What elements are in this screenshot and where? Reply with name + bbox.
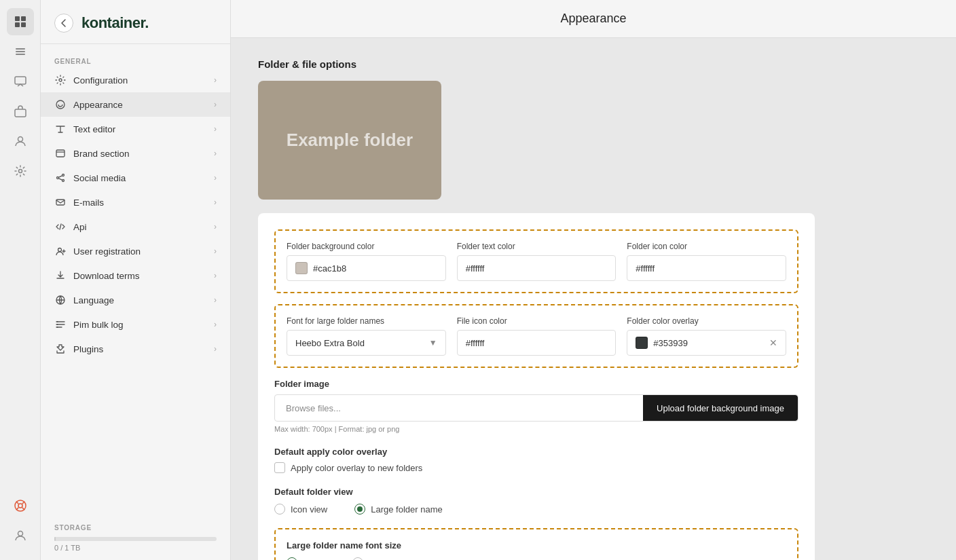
folder-bg-color-label: Folder background color — [287, 242, 446, 251]
font-large-select[interactable]: Heebo Extra Bold ▼ — [287, 330, 446, 356]
top-color-fields-group: Folder background color #cac1b8 Folder t… — [274, 229, 798, 293]
upload-row: Browse files... Upload folder background… — [274, 394, 798, 422]
svg-point-25 — [58, 248, 62, 252]
svg-rect-3 — [21, 22, 26, 27]
browse-files-text[interactable]: Browse files... — [275, 403, 643, 413]
large-font-size-label: Large folder name font size — [287, 540, 786, 550]
large-folder-name-label: Large folder name — [371, 504, 443, 515]
rail-grid-icon[interactable] — [7, 8, 34, 35]
sidebar-item-download-terms[interactable]: Download terms › — [41, 263, 230, 288]
file-icon-color-value: #ffffff — [466, 338, 485, 348]
sidebar-item-plugins[interactable]: Plugins › — [41, 337, 230, 361]
chevron-right-icon: › — [214, 271, 217, 280]
upload-hint: Max width: 700px | Format: jpg or png — [274, 425, 798, 433]
svg-point-9 — [18, 137, 22, 142]
rail-profile-icon[interactable] — [7, 522, 34, 549]
small-size-option[interactable]: Small — [352, 557, 391, 560]
main-body: Folder & file options Example folder Fol… — [231, 38, 956, 560]
rail-chat-icon[interactable] — [7, 68, 34, 95]
svg-rect-0 — [15, 16, 20, 21]
svg-rect-20 — [56, 150, 65, 157]
small-size-radio[interactable] — [352, 557, 363, 560]
rail-user-icon[interactable] — [7, 128, 34, 155]
icon-view-label: Icon view — [291, 504, 327, 515]
brand-icon — [54, 147, 67, 160]
settings-panel: Folder background color #cac1b8 Folder t… — [258, 213, 815, 560]
main-header: Appearance — [231, 0, 956, 38]
back-button[interactable] — [54, 14, 73, 33]
svg-rect-2 — [15, 22, 20, 27]
sidebar-item-user-registration[interactable]: User registration › — [41, 239, 230, 263]
rail-support-icon[interactable] — [7, 492, 34, 519]
font-large-label: Font for large folder names — [287, 316, 446, 326]
api-icon — [54, 221, 67, 233]
icon-view-radio[interactable] — [274, 504, 285, 515]
svg-rect-8 — [15, 109, 26, 117]
folder-text-color-value: #ffffff — [466, 263, 485, 274]
pim-icon — [54, 318, 67, 331]
sidebar-header: kontainer. — [41, 0, 230, 44]
color-overlay-checkbox[interactable] — [274, 462, 285, 473]
sidebar-item-text-editor[interactable]: Text editor › — [41, 117, 230, 141]
sidebar-item-language[interactable]: Language › — [41, 288, 230, 312]
checkbox-row: Apply color overlay to new folders — [274, 462, 798, 473]
chevron-down-icon: ▼ — [429, 338, 437, 348]
sidebar-item-label-configuration: Configuration — [73, 75, 207, 86]
rail-list-icon[interactable] — [7, 38, 34, 65]
folder-icon-color-input[interactable]: #ffffff — [627, 255, 786, 281]
large-size-radio[interactable] — [287, 557, 297, 560]
svg-point-32 — [57, 326, 58, 328]
language-icon — [54, 294, 67, 306]
folder-icon-color-field: Folder icon color #ffffff — [627, 242, 786, 281]
chevron-right-icon: › — [214, 149, 217, 158]
sidebar-item-label-brand-section: Brand section — [73, 149, 207, 159]
folder-overlay-input[interactable]: #353939 ✕ — [627, 330, 786, 356]
folder-text-color-input[interactable]: #ffffff — [457, 255, 617, 281]
svg-rect-1 — [21, 16, 26, 21]
sidebar-item-label-emails: E-mails — [73, 198, 207, 208]
overlay-swatch — [636, 337, 648, 349]
large-folder-name-option[interactable]: Large folder name — [354, 504, 443, 515]
folder-view-options: Icon view Large folder name — [274, 504, 798, 515]
font-large-field: Font for large folder names Heebo Extra … — [287, 316, 446, 356]
folder-bg-color-value: #cac1b8 — [313, 263, 346, 274]
large-font-size-section: Large folder name font size Large Small — [274, 528, 798, 560]
default-folder-view-label: Default folder view — [274, 487, 798, 497]
sidebar-item-pim-bulk-log[interactable]: Pim bulk log › — [41, 312, 230, 337]
storage-bar-container — [54, 537, 217, 541]
large-size-option[interactable]: Large — [287, 557, 325, 560]
sidebar-item-emails[interactable]: E-mails › — [41, 190, 230, 214]
file-icon-color-label: File icon color — [457, 316, 617, 326]
download-icon — [54, 269, 67, 282]
sidebar-item-label-pim-bulk-log: Pim bulk log — [73, 320, 207, 330]
overlay-value: #353939 — [653, 338, 764, 348]
sidebar-item-label-api: Api — [73, 222, 207, 232]
sidebar-item-brand-section[interactable]: Brand section › — [41, 141, 230, 166]
checkbox-text: Apply color overlay to new folders — [291, 463, 422, 473]
svg-point-19 — [56, 100, 65, 109]
rail-gear-icon[interactable] — [7, 157, 34, 185]
sidebar-item-label-user-registration: User registration — [73, 246, 207, 257]
large-folder-name-radio[interactable] — [354, 504, 365, 515]
svg-point-21 — [57, 177, 59, 179]
mid-fields-group: Font for large folder names Heebo Extra … — [274, 304, 798, 368]
sidebar-item-label-language: Language — [73, 295, 207, 305]
sidebar-item-social-media[interactable]: Social media › — [41, 166, 230, 190]
rail-briefcase-icon[interactable] — [7, 98, 34, 125]
sidebar-item-label-text-editor: Text editor — [73, 124, 207, 134]
sidebar-item-appearance[interactable]: Appearance › — [41, 92, 230, 117]
file-icon-color-input[interactable]: #ffffff — [457, 330, 617, 356]
sidebar-item-configuration[interactable]: Configuration › — [41, 68, 230, 92]
folder-icon-color-label: Folder icon color — [627, 242, 786, 251]
upload-button[interactable]: Upload folder background image — [643, 395, 798, 421]
folder-bg-color-input[interactable]: #cac1b8 — [287, 255, 446, 281]
folder-overlay-field: Folder color overlay #353939 ✕ — [627, 316, 786, 356]
chevron-right-icon: › — [214, 295, 217, 305]
overlay-clear-icon[interactable]: ✕ — [769, 337, 777, 348]
icon-view-option[interactable]: Icon view — [274, 504, 327, 515]
sidebar-item-label-download-terms: Download terms — [73, 271, 207, 281]
chevron-right-icon: › — [214, 246, 217, 256]
folder-image-label: Folder image — [274, 379, 798, 389]
chevron-right-icon: › — [214, 320, 217, 329]
sidebar-item-api[interactable]: Api › — [41, 214, 230, 239]
